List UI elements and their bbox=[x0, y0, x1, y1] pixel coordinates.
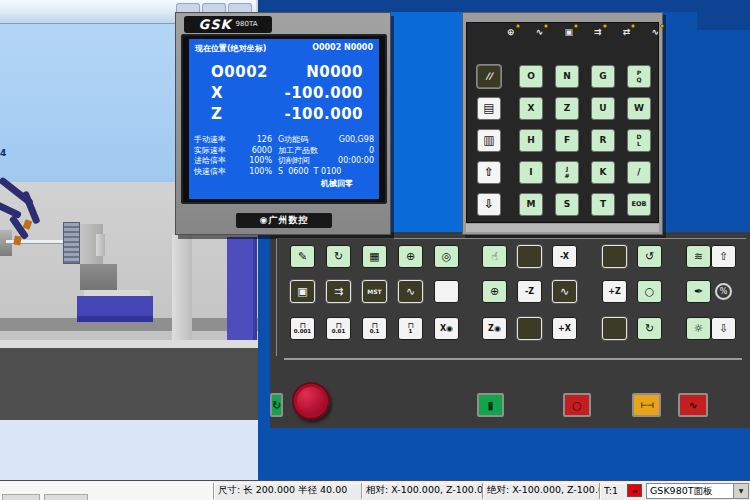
button-icon: ⇉ bbox=[334, 286, 343, 297]
power-on-button[interactable]: ▮ bbox=[477, 393, 504, 417]
dimension-readout: 尺寸: 长 200.000 半径 40.00 bbox=[213, 483, 361, 499]
spindle-stop-button[interactable]: ○ bbox=[637, 280, 662, 303]
key-s[interactable]: S bbox=[555, 193, 579, 216]
key-u[interactable]: U bbox=[591, 97, 615, 120]
mst-lock-button[interactable]: MST bbox=[362, 280, 387, 303]
screen-header: 现在位置(绝对坐标) O0002 N0000 bbox=[189, 39, 379, 54]
led-icon bbox=[660, 24, 664, 28]
panel-divider bbox=[284, 358, 742, 360]
mdi-mode-button[interactable]: ▦ bbox=[362, 245, 387, 268]
block-skip-button[interactable]: ⇉ bbox=[326, 280, 351, 303]
jog-mode-button[interactable]: ☝ bbox=[482, 245, 507, 268]
dwell-button[interactable]: ∿ bbox=[678, 393, 708, 417]
jog-minus-x-button[interactable]: -X bbox=[552, 245, 577, 268]
key-eob[interactable]: EOB bbox=[627, 193, 651, 216]
dropdown-arrow-icon[interactable]: ▼ bbox=[734, 483, 749, 499]
jog-minus-z-button[interactable]: -Z bbox=[517, 280, 542, 303]
program-page-key[interactable]: ▤ bbox=[477, 97, 501, 120]
machine-lock-button[interactable]: ∿ bbox=[398, 280, 423, 303]
button-icon: ↻ bbox=[645, 323, 654, 334]
jog-blank-button[interactable] bbox=[602, 317, 627, 340]
jog-plus-x-button[interactable]: +X bbox=[552, 317, 577, 340]
button-icon: ⇩ bbox=[719, 323, 728, 334]
key-j[interactable]: J # bbox=[555, 161, 579, 184]
rapid-traverse-button[interactable]: ∿ bbox=[552, 280, 577, 303]
button-icon: ≋ bbox=[694, 251, 703, 262]
key-slash[interactable]: / bbox=[627, 161, 651, 184]
key-n[interactable]: N bbox=[555, 65, 579, 88]
handwheel-mode-button[interactable]: ◎ bbox=[434, 245, 459, 268]
x-axis-select-button[interactable]: X◉ bbox=[434, 317, 459, 340]
button-icon: ○ bbox=[645, 286, 655, 297]
scene-axis-label: 4 bbox=[0, 148, 6, 158]
key-w[interactable]: W bbox=[627, 97, 651, 120]
key-x[interactable]: X bbox=[519, 97, 543, 120]
document-key[interactable]: ▥ bbox=[477, 129, 501, 152]
key-d-l[interactable]: D L bbox=[627, 129, 651, 152]
led-icon bbox=[574, 24, 578, 28]
key-k[interactable]: K bbox=[591, 161, 615, 184]
key-h[interactable]: H bbox=[519, 129, 543, 152]
slash-key[interactable]: // bbox=[477, 65, 501, 88]
cursor-up-key[interactable]: ⇧ bbox=[477, 161, 501, 184]
axis-row: X -100.000 bbox=[211, 83, 363, 104]
key-t[interactable]: T bbox=[591, 193, 615, 216]
dry-run-button[interactable]: ⊕ bbox=[482, 280, 507, 303]
rapid-lamp: ∿ bbox=[536, 28, 544, 37]
led-icon bbox=[631, 24, 635, 28]
panel-highlight bbox=[276, 238, 746, 239]
jog-plus-z-button[interactable]: +Z bbox=[602, 280, 627, 303]
auto-mode-button[interactable]: ↻ bbox=[326, 245, 351, 268]
relative-position-readout: 相对: X-100.000, Z-100.000 bbox=[361, 483, 482, 499]
key-p-q[interactable]: P Q bbox=[627, 65, 651, 88]
machine-lock-lamp: ∿ bbox=[651, 28, 659, 37]
single-block-button[interactable]: ▣ bbox=[290, 280, 315, 303]
jog-blank-button[interactable] bbox=[517, 245, 542, 268]
key-r[interactable]: R bbox=[591, 129, 615, 152]
key-o[interactable]: O bbox=[519, 65, 543, 88]
button-label: 0.1 bbox=[370, 329, 380, 335]
mst-lock-lamp: ⇄ bbox=[623, 28, 631, 37]
spindle-ccw-button[interactable]: ↺ bbox=[637, 245, 662, 268]
lubrication-button[interactable]: ✒ bbox=[686, 280, 711, 303]
power-off-button[interactable]: ○ bbox=[563, 393, 591, 417]
key-i[interactable]: I bbox=[519, 161, 543, 184]
emergency-stop-button[interactable] bbox=[292, 382, 330, 420]
key-m[interactable]: M bbox=[519, 193, 543, 216]
taskbar-tab[interactable] bbox=[44, 494, 88, 500]
key-f[interactable]: F bbox=[555, 129, 579, 152]
jog-blank-button[interactable] bbox=[602, 245, 627, 268]
override-down-button[interactable]: ⇩ bbox=[711, 317, 736, 340]
taskbar-tab[interactable] bbox=[2, 494, 40, 500]
cursor-down-key[interactable]: ⇩ bbox=[477, 193, 501, 216]
step-1-button[interactable]: ⊓ 1 bbox=[398, 317, 423, 340]
edit-mode-button[interactable]: ✎ bbox=[290, 245, 315, 268]
panel-row-2: ▣ ⇉ MST ∿ ⊕ bbox=[290, 280, 747, 303]
key-z[interactable]: Z bbox=[555, 97, 579, 120]
tool-change-button[interactable]: ☼ bbox=[686, 317, 711, 340]
keypad-bottom-trim bbox=[466, 224, 659, 232]
button-icon: ↺ bbox=[645, 251, 654, 262]
address-key-grid: ONGP QXZUWHFRD LIJ #K/MSTEOB bbox=[519, 65, 651, 216]
jog-blank-button[interactable] bbox=[517, 317, 542, 340]
model-label: 980TA bbox=[236, 21, 258, 28]
step-001-button[interactable]: ⊓ 0.01 bbox=[326, 317, 351, 340]
aux-blank-button[interactable] bbox=[434, 280, 459, 303]
feed-hold-button[interactable]: ⊢⊣ bbox=[632, 393, 661, 417]
machine-zero-mode-button[interactable]: ⊕ bbox=[398, 245, 423, 268]
cycle-start-button[interactable]: ↻ bbox=[270, 393, 283, 417]
step-01-button[interactable]: ⊓ 0.1 bbox=[362, 317, 387, 340]
override-up-button[interactable]: ⇧ bbox=[711, 245, 736, 268]
tool-icon: ▬ bbox=[627, 484, 642, 497]
spindle-cw-button[interactable]: ↻ bbox=[637, 317, 662, 340]
z-axis-select-button[interactable]: Z◉ bbox=[482, 317, 507, 340]
step-0001-button[interactable]: ⊓ 0.001 bbox=[290, 317, 315, 340]
machine-control-panel: ✎ ↻ ▦ ⊕ ◎ ☝ bbox=[270, 232, 750, 428]
key-g[interactable]: G bbox=[591, 65, 615, 88]
override-percent-indicator[interactable]: % bbox=[711, 280, 736, 303]
coolant-button[interactable]: ≋ bbox=[686, 245, 711, 268]
panel-selector[interactable]: GSK980T面板 ▼ bbox=[646, 483, 749, 499]
screen-program-ref: O0002 N0000 bbox=[312, 43, 373, 54]
button-icon: ◎ bbox=[442, 251, 452, 262]
axis-value: -100.000 bbox=[284, 104, 363, 125]
